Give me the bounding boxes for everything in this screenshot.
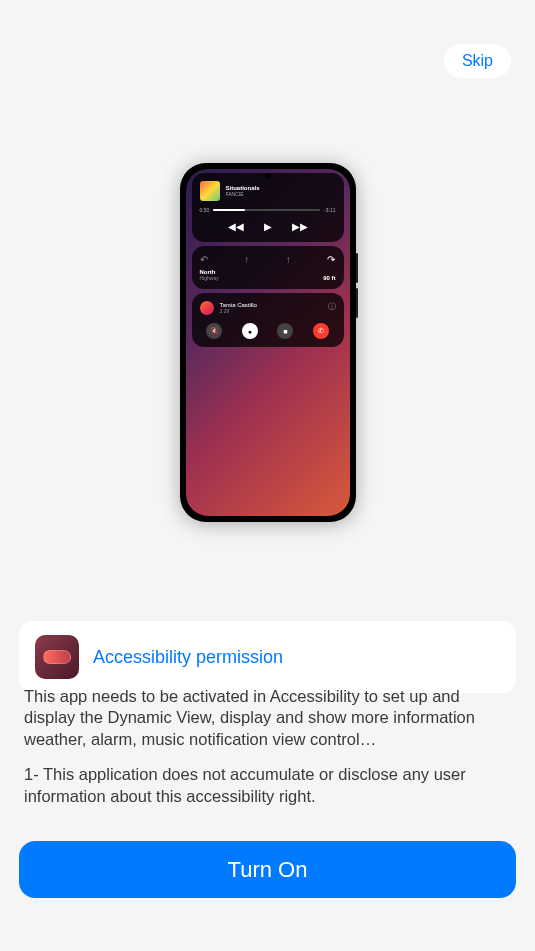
mute-icon: 🔇 xyxy=(206,323,222,339)
video-icon: ■ xyxy=(277,323,293,339)
phone-volume-button xyxy=(356,253,358,283)
music-header: Situationals FANCIE xyxy=(200,181,336,201)
call-header: Tamia Castillo 2:29 ⓘ xyxy=(200,301,336,315)
music-progress: 0:50 -3:11 xyxy=(200,207,336,213)
turn-on-button[interactable]: Turn On xyxy=(19,841,516,898)
nav-forward-icon: ↷ xyxy=(327,254,335,265)
time-current: 0:50 xyxy=(200,207,210,213)
description-paragraph-2: 1- This application does not accumulate … xyxy=(24,764,511,807)
caller-avatar xyxy=(200,301,214,315)
permission-title: Accessibility permission xyxy=(93,647,283,668)
nav-up-icon: ↑ xyxy=(244,254,249,265)
nav-sublocation: Highway xyxy=(200,275,219,281)
description-paragraph-1: This app needs to be activated in Access… xyxy=(24,686,511,750)
music-artist: FANCIE xyxy=(226,191,336,197)
play-icon: ▶ xyxy=(264,221,272,232)
skip-button[interactable]: Skip xyxy=(444,44,511,78)
call-widget: Tamia Castillo 2:29 ⓘ 🔇 ● ■ ✆ xyxy=(192,293,344,347)
album-art xyxy=(200,181,220,201)
caller-time: 2:29 xyxy=(220,308,257,314)
time-remaining: -3:11 xyxy=(324,207,335,213)
phone-preview: Situationals FANCIE 0:50 -3:11 ◀◀ ▶ ▶▶ xyxy=(180,163,356,522)
nav-back-icon: ↶ xyxy=(200,254,208,265)
rewind-icon: ◀◀ xyxy=(228,221,244,232)
nav-distance: 90 ft xyxy=(323,275,335,281)
permission-card: Accessibility permission xyxy=(19,621,516,693)
phone-camera-notch xyxy=(265,173,271,179)
end-call-icon: ✆ xyxy=(313,323,329,339)
phone-screen: Situationals FANCIE 0:50 -3:11 ◀◀ ▶ ▶▶ xyxy=(186,169,350,516)
app-icon-graphic xyxy=(43,650,71,664)
forward-icon: ▶▶ xyxy=(292,221,308,232)
call-controls: 🔇 ● ■ ✆ xyxy=(200,323,336,339)
nav-arrows: ↶ ↑ ↑ ↷ xyxy=(200,254,336,265)
music-info: Situationals FANCIE xyxy=(226,185,336,197)
mic-icon: ● xyxy=(242,323,258,339)
navigation-widget: ↶ ↑ ↑ ↷ North Highway 90 ft xyxy=(192,246,344,289)
phone-power-button xyxy=(356,288,358,318)
app-icon xyxy=(35,635,79,679)
progress-bar xyxy=(213,209,320,211)
music-controls: ◀◀ ▶ ▶▶ xyxy=(200,219,336,234)
music-widget: Situationals FANCIE 0:50 -3:11 ◀◀ ▶ ▶▶ xyxy=(192,173,344,242)
nav-info: North Highway 90 ft xyxy=(200,269,336,281)
permission-description: This app needs to be activated in Access… xyxy=(24,686,511,821)
phone-frame: Situationals FANCIE 0:50 -3:11 ◀◀ ▶ ▶▶ xyxy=(180,163,356,522)
info-icon: ⓘ xyxy=(328,301,336,312)
progress-fill xyxy=(213,209,245,211)
nav-up-icon-2: ↑ xyxy=(286,254,291,265)
